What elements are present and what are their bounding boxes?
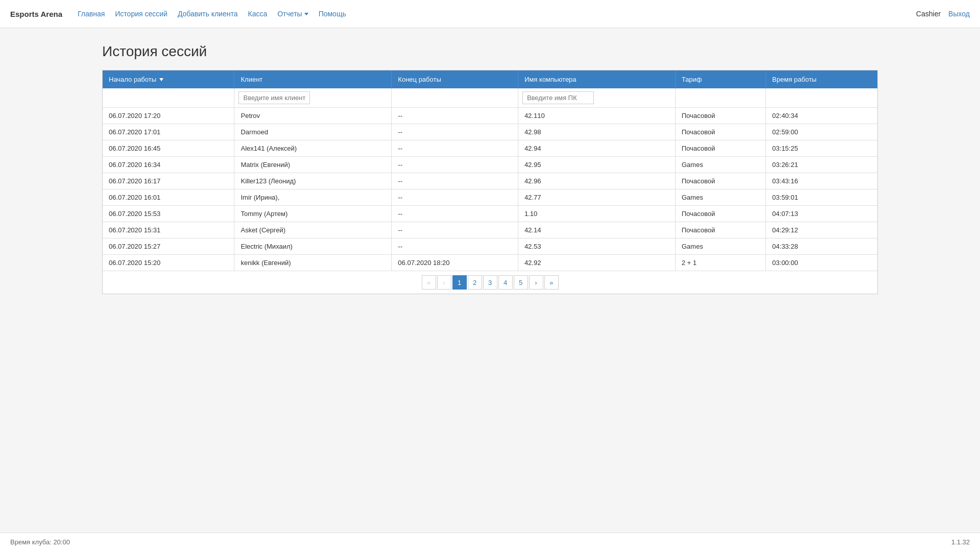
cell-client: kenikk (Евгений) [234, 255, 392, 271]
cell-tariff: Почасовой [675, 108, 766, 124]
cell-client: Killer123 (Леонид) [234, 173, 392, 189]
filter-client-cell [234, 88, 392, 108]
cell-duration: 02:40:34 [766, 108, 877, 124]
pagination-cell: « ‹ 1 2 3 4 5 › » [103, 271, 877, 294]
filter-tariff-cell [675, 88, 766, 108]
cell-pc: 42.110 [518, 108, 675, 124]
cell-client: Petrov [234, 108, 392, 124]
cell-tariff: Почасовой [675, 206, 766, 222]
cell-tariff: Почасовой [675, 124, 766, 140]
pagination: « ‹ 1 2 3 4 5 › » [107, 275, 873, 290]
table-row: 06.07.2020 16:45Alex141 (Алексей)--42.94… [103, 140, 877, 157]
filter-pc-cell [518, 88, 675, 108]
page-title: История сессий [102, 43, 878, 60]
cell-start: 06.07.2020 15:53 [103, 206, 234, 222]
client-filter-input[interactable] [238, 91, 310, 104]
cell-start: 06.07.2020 16:45 [103, 140, 234, 157]
pc-filter-input[interactable] [522, 91, 594, 104]
page-prev-button[interactable]: ‹ [437, 275, 451, 290]
cell-start: 06.07.2020 17:01 [103, 124, 234, 140]
navbar-right: Cashier Выход [916, 10, 970, 18]
col-header-start[interactable]: Начало работы [103, 70, 234, 88]
navbar-brand: Esports Arena [10, 10, 62, 18]
page-first-button[interactable]: « [422, 275, 436, 290]
cell-end: -- [392, 222, 518, 238]
cell-end: -- [392, 108, 518, 124]
cell-start: 06.07.2020 16:34 [103, 157, 234, 173]
cell-start: 06.07.2020 15:27 [103, 238, 234, 255]
cell-client: Matrix (Евгений) [234, 157, 392, 173]
sessions-table-container: Начало работы Клиент Конец работы Имя ко… [102, 70, 878, 294]
table-row: 06.07.2020 15:53Tommy (Артем)--1.10Почас… [103, 206, 877, 222]
nav-session-history[interactable]: История сессий [115, 10, 168, 18]
cell-start: 06.07.2020 17:20 [103, 108, 234, 124]
cell-end: -- [392, 124, 518, 140]
cell-pc: 42.53 [518, 238, 675, 255]
cell-client: Alex141 (Алексей) [234, 140, 392, 157]
nav-help[interactable]: Помощь [319, 10, 346, 18]
cell-client: Darmoed [234, 124, 392, 140]
table-row: 06.07.2020 16:17Killer123 (Леонид)--42.9… [103, 173, 877, 189]
cell-client: Asket (Сергей) [234, 222, 392, 238]
cell-end: -- [392, 173, 518, 189]
table-row: 06.07.2020 16:01Imir (Ирина),--42.77Game… [103, 189, 877, 206]
main-content: История сессий Начало работы Клиент Коне… [0, 28, 980, 533]
page-2-button[interactable]: 2 [468, 275, 482, 290]
cell-duration: 04:07:13 [766, 206, 877, 222]
col-header-client: Клиент [234, 70, 392, 88]
cell-duration: 02:59:00 [766, 124, 877, 140]
cell-pc: 42.92 [518, 255, 675, 271]
cell-duration: 04:29:12 [766, 222, 877, 238]
page-4-button[interactable]: 4 [498, 275, 513, 290]
filter-duration-cell [766, 88, 877, 108]
nav-reports-dropdown[interactable]: Отчеты [277, 10, 308, 18]
cell-pc: 42.95 [518, 157, 675, 173]
page-1-button[interactable]: 1 [452, 275, 467, 290]
filter-end-cell [392, 88, 518, 108]
table-row: 06.07.2020 17:20Petrov--42.110Почасовой0… [103, 108, 877, 124]
nav-home[interactable]: Главная [78, 10, 105, 18]
cell-pc: 1.10 [518, 206, 675, 222]
page-5-button[interactable]: 5 [514, 275, 528, 290]
footer-club-time: Время клуба: 20:00 [10, 538, 70, 546]
cell-duration: 03:59:01 [766, 189, 877, 206]
nav-cashier-link[interactable]: Касса [248, 10, 267, 18]
table-header-row: Начало работы Клиент Конец работы Имя ко… [103, 70, 877, 88]
cell-tariff: Почасовой [675, 140, 766, 157]
cell-tariff: 2 + 1 [675, 255, 766, 271]
navbar-username: Cashier [916, 10, 941, 18]
sort-arrow-icon [159, 78, 163, 81]
sessions-table: Начало работы Клиент Конец работы Имя ко… [103, 70, 877, 294]
page-next-button[interactable]: › [529, 275, 543, 290]
cell-tariff: Games [675, 189, 766, 206]
pagination-row: « ‹ 1 2 3 4 5 › » [103, 271, 877, 294]
page-last-button[interactable]: » [544, 275, 559, 290]
cell-start: 06.07.2020 16:01 [103, 189, 234, 206]
col-header-duration: Время работы [766, 70, 877, 88]
col-header-tariff: Тариф [675, 70, 766, 88]
page-3-button[interactable]: 3 [483, 275, 497, 290]
navbar: Esports Arena Главная История сессий Доб… [0, 0, 980, 28]
nav-reports-label: Отчеты [277, 10, 302, 18]
cell-end: -- [392, 157, 518, 173]
cell-pc: 42.77 [518, 189, 675, 206]
nav-add-client[interactable]: Добавить клиента [178, 10, 238, 18]
col-header-pc: Имя компьютера [518, 70, 675, 88]
table-row: 06.07.2020 15:27Electric (Михаил)--42.53… [103, 238, 877, 255]
footer: Время клуба: 20:00 1.1.32 [0, 533, 980, 551]
cell-duration: 03:00:00 [766, 255, 877, 271]
cell-duration: 03:43:16 [766, 173, 877, 189]
cell-client: Electric (Михаил) [234, 238, 392, 255]
cell-end: -- [392, 206, 518, 222]
navbar-logout-button[interactable]: Выход [948, 10, 970, 18]
cell-end: -- [392, 238, 518, 255]
cell-pc: 42.94 [518, 140, 675, 157]
col-header-end: Конец работы [392, 70, 518, 88]
cell-start: 06.07.2020 15:31 [103, 222, 234, 238]
table-row: 06.07.2020 17:01Darmoed--42.98Почасовой0… [103, 124, 877, 140]
cell-tariff: Почасовой [675, 173, 766, 189]
cell-pc: 42.98 [518, 124, 675, 140]
table-row: 06.07.2020 16:34Matrix (Евгений)--42.95G… [103, 157, 877, 173]
cell-tariff: Почасовой [675, 222, 766, 238]
cell-duration: 03:15:25 [766, 140, 877, 157]
